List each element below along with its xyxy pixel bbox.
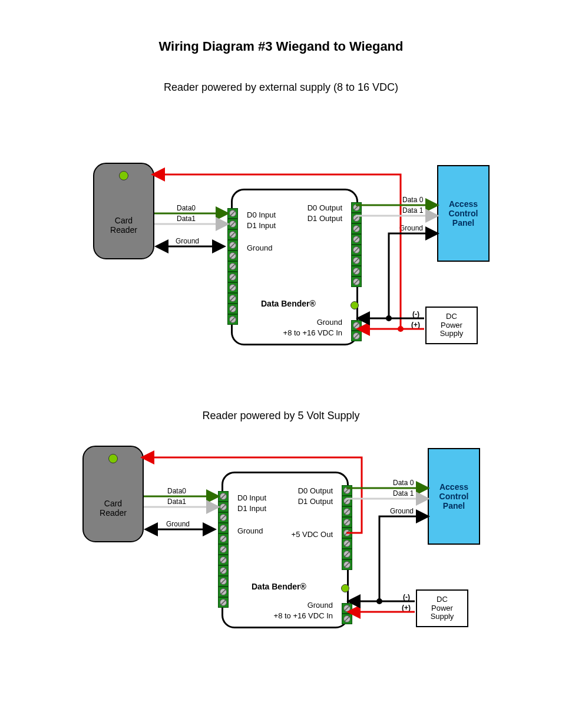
wires-2 xyxy=(0,0,562,728)
svg-point-86 xyxy=(376,598,382,604)
